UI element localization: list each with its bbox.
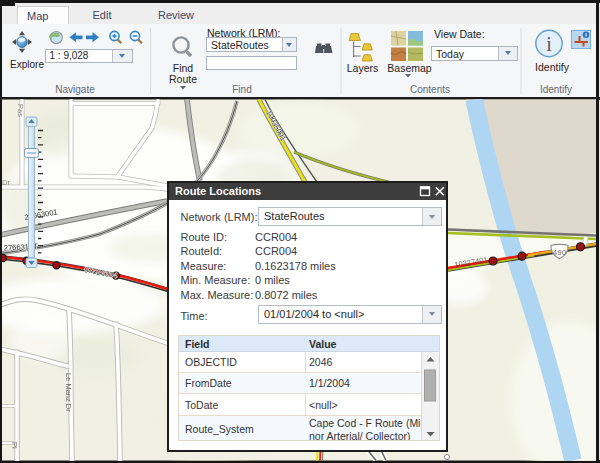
svg-text:Le Manz Dr: Le Manz Dr <box>64 373 73 412</box>
svg-text:Pl: Pl <box>10 442 19 449</box>
svg-text:Dr: Dr <box>2 178 10 187</box>
svg-text:Pas: Pas <box>16 104 25 117</box>
svg-text:490: 490 <box>553 248 567 257</box>
